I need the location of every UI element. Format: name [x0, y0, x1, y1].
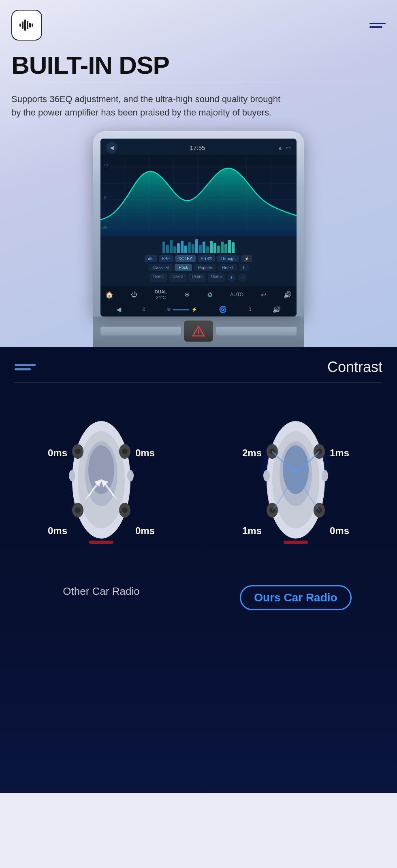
svg-point-46: [263, 470, 270, 481]
temp-label: 24°C: [156, 295, 166, 300]
power-button[interactable]: ⚡: [241, 255, 252, 262]
eq-bar: [162, 242, 165, 253]
header-row: [11, 10, 386, 41]
svg-point-37: [75, 507, 81, 513]
other-car-svg: [61, 411, 142, 549]
svg-point-28: [88, 445, 114, 494]
dts-button[interactable]: dts: [145, 255, 156, 262]
eq-bar: [217, 246, 220, 253]
svg-rect-5: [29, 23, 31, 28]
control-bar: 🏠 ⏻ DUAL 24°C ❄ ♻ AUTO ↩ 🔊: [100, 286, 297, 303]
eq-graph-area: 10 0 -20: [100, 155, 297, 236]
logo-box: [11, 10, 42, 41]
svg-point-36: [122, 449, 128, 454]
svg-point-29: [69, 470, 75, 481]
fan-slider[interactable]: ❄⚡: [167, 307, 197, 312]
blower-icon[interactable]: 🌀: [219, 306, 227, 313]
other-car-label: Other Car Radio: [63, 585, 139, 598]
time-display: 17:55: [190, 144, 205, 151]
recycle-icon[interactable]: ♻: [207, 291, 213, 299]
device-frame: ◀ 17:55 ▲ ▭: [93, 131, 304, 316]
user3-preset[interactable]: User3: [189, 273, 206, 282]
svg-point-38: [122, 507, 128, 513]
page-title: BUILT-IN DSP: [11, 52, 386, 78]
svg-point-35: [75, 449, 81, 454]
svg-point-47: [322, 470, 328, 481]
hamburger-menu[interactable]: [369, 23, 386, 28]
srs-button[interactable]: SRS®: [198, 255, 216, 262]
title-divider: [11, 84, 386, 84]
chevron-up-icon: ▲: [277, 145, 283, 151]
zero-right: 0: [248, 307, 251, 312]
car-radio-screen: ◀ 17:55 ▲ ▭: [100, 139, 297, 316]
svg-rect-39: [89, 541, 113, 544]
bottom-section: Contrast 0ms 0ms 0ms 0ms: [0, 347, 397, 793]
dolby-button[interactable]: DOLBY: [175, 255, 196, 262]
other-car-item: 0ms 0ms 0ms 0ms: [8, 403, 194, 598]
hazard-icon: [192, 325, 205, 338]
svg-text:-20: -20: [102, 225, 107, 229]
comparison-section: 0ms 0ms 0ms 0ms: [0, 395, 397, 610]
eq-bar: [195, 239, 198, 253]
return-icon[interactable]: ↩: [261, 291, 266, 299]
bbe-button[interactable]: BBE: [159, 255, 173, 262]
through-button[interactable]: Through: [217, 255, 239, 262]
rock-preset[interactable]: Rock: [175, 264, 192, 271]
snowflake-icon[interactable]: ❄: [184, 291, 190, 299]
popular-preset[interactable]: Popular: [194, 264, 216, 271]
sound-wave-icon: [17, 15, 36, 35]
physical-btn-right: [216, 327, 297, 336]
speaker-icon[interactable]: 🔊: [273, 306, 281, 313]
ours-car-label: Ours Car Radio: [240, 585, 351, 610]
screen-top-bar: ◀ 17:55 ▲ ▭: [100, 139, 297, 155]
eq-bar: [221, 242, 224, 253]
ours-car-svg: [255, 411, 336, 549]
info-preset[interactable]: ℹ: [239, 264, 249, 271]
auto-label: AUTO: [230, 292, 243, 297]
svg-text:0: 0: [104, 195, 106, 199]
classical-preset[interactable]: Classical: [148, 264, 173, 271]
device-container: ◀ 17:55 ▲ ▭: [11, 131, 386, 347]
dual-label: DUAL: [155, 289, 167, 294]
bottom-nav-row: ◀ 0 ❄⚡ 🌀 0 🔊: [100, 303, 297, 316]
eq-waveform-svg: 10 0 -20: [100, 155, 297, 236]
eq-bar: [184, 246, 187, 253]
reset-preset[interactable]: Reset: [218, 264, 237, 271]
eq-mode-buttons-row1: dts BBE DOLBY SRS® Through ⚡: [104, 255, 293, 262]
ours-car-item: 2ms 1ms 1ms 0ms: [203, 403, 389, 610]
eq-bar: [224, 244, 227, 253]
svg-text:10: 10: [104, 163, 108, 167]
device-physical-bottom: [93, 316, 304, 347]
home-icon[interactable]: 🏠: [105, 291, 113, 299]
eq-bar: [228, 240, 231, 253]
user-preset-row: User1 User2 User3 User5 + −: [104, 273, 293, 282]
back-button[interactable]: ◀: [106, 142, 117, 153]
subtitle-text: Supports 36EQ adjustment, and the ultra-…: [11, 92, 287, 119]
svg-rect-4: [27, 21, 28, 29]
eq-bar: [181, 241, 184, 253]
remove-user-preset[interactable]: −: [238, 273, 247, 282]
user2-preset[interactable]: User2: [169, 273, 187, 282]
eq-bar: [192, 244, 194, 253]
user5-preset[interactable]: User5: [208, 273, 225, 282]
volume-icon[interactable]: 🔊: [284, 291, 292, 299]
screen-icons: ▲ ▭: [277, 145, 291, 151]
eq-bar: [213, 243, 216, 253]
prev-button[interactable]: ◀: [116, 306, 121, 313]
zero-left: 0: [143, 307, 145, 312]
svg-rect-2: [22, 21, 23, 29]
contrast-bar: Contrast: [0, 347, 397, 382]
eq-bar: [177, 243, 180, 253]
eq-bar: [210, 241, 213, 253]
hazard-button[interactable]: [184, 321, 213, 342]
contrast-lines-icon: [15, 364, 36, 370]
eq-bar: [173, 246, 176, 253]
eq-bar: [199, 245, 202, 253]
user1-preset[interactable]: User1: [150, 273, 167, 282]
power-icon[interactable]: ⏻: [131, 291, 137, 298]
svg-point-30: [127, 470, 134, 481]
add-user-preset[interactable]: +: [227, 273, 236, 282]
eq-bar: [206, 246, 209, 253]
eq-bar: [203, 242, 205, 253]
dual-display: DUAL 24°C: [155, 289, 167, 300]
